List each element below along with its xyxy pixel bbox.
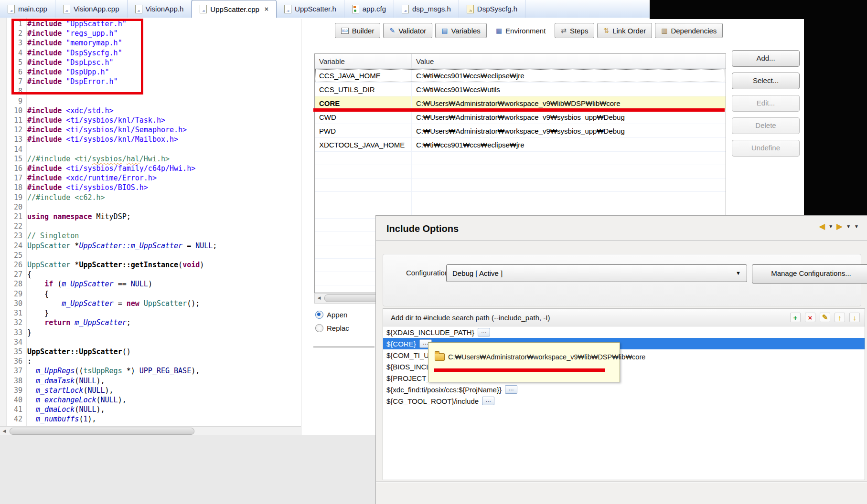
scroll-left-icon[interactable]: ◀ [315, 294, 323, 302]
annotation-core-underline [313, 108, 725, 112]
c-file-icon: .c [402, 5, 409, 13]
select-button[interactable]: Select... [732, 73, 800, 89]
env-variable-name: PWD [315, 127, 411, 135]
manage-configurations-button[interactable]: Manage Configurations... [752, 264, 867, 284]
line-number: 11 [0, 116, 27, 125]
env-variable-value: C:₩Users₩Administrator₩workspace_v9₩sysb… [411, 124, 726, 137]
tab-label: VisionApp.cpp [74, 5, 119, 13]
browse-more-icon[interactable]: … [478, 328, 490, 336]
code-token: #include [27, 174, 66, 182]
tab-label: UppScatter.cpp [210, 5, 259, 13]
code-token: ) [148, 280, 152, 288]
properties-tab-builder[interactable]: 010Builder [335, 23, 380, 38]
undefine-button: Undefine [732, 140, 800, 157]
column-header-value[interactable]: Value [412, 57, 726, 65]
code-token: * [70, 242, 79, 250]
forward-menu-icon[interactable]: ▼ [846, 224, 851, 229]
include-options-dialog: Include Options ◀▼▶▼▼ Configuration: Deb… [375, 215, 867, 504]
line-number: 16 [0, 164, 27, 173]
include-path-label: ${XDAIS_INCLUDE_PATH} [386, 328, 474, 336]
include-path-item[interactable]: ${XDAIS_INCLUDE_PATH}… [383, 326, 865, 338]
radio-append[interactable]: Appen [315, 308, 375, 321]
code-token: #include [27, 116, 66, 125]
line-number: 28 [0, 279, 27, 289]
code-line: 32 return m_UppScatter; [0, 318, 217, 327]
properties-tab-link-order[interactable]: ⇅Link Order [597, 23, 652, 38]
back-menu-icon[interactable]: ▼ [828, 224, 833, 229]
editor-tab-VisionApp.cpp[interactable]: .cVisionApp.cpp [55, 0, 128, 18]
env-variable-value: C:₩ti₩ccs901₩ccs₩eclipse₩jre [411, 69, 726, 82]
back-icon[interactable]: ◀ [819, 222, 825, 231]
properties-tab-dependencies[interactable]: ▥Dependencies [655, 23, 723, 38]
properties-tab-steps[interactable]: ⇄Steps [555, 23, 594, 38]
scrollbar-thumb[interactable] [10, 428, 194, 435]
code-line: 35UppScatter::UppScatter() [0, 347, 217, 357]
tab-label: Dependencies [671, 27, 717, 35]
code-token [70, 318, 75, 327]
radio-label: Appen [327, 311, 347, 319]
include-path-item[interactable]: ${CG_TOOL_ROOT}/include… [383, 395, 865, 407]
edit-include-icon[interactable]: ✎ [820, 313, 830, 322]
configuration-group: Configuration: Debug [ Active ] ▼ Manage… [383, 254, 861, 306]
code-line: 25 [0, 251, 217, 260]
editor-tab-main.cpp[interactable]: .cmain.cpp [0, 0, 55, 18]
env-row-PWD[interactable]: PWDC:₩Users₩Administrator₩workspace_v9₩s… [315, 124, 726, 138]
code-token: <ti/sysbios/BIOS.h> [66, 183, 148, 192]
editor-tab-UppScatter.cpp[interactable]: .cUppScatter.cpp× [192, 0, 277, 18]
editor-horizontal-scrollbar[interactable]: ◀ [0, 426, 301, 435]
include-path-item[interactable]: ${xdc_find:ti/posix/ccs:${ProjName}}… [383, 384, 865, 395]
editor-tab-UppScatter.h[interactable]: .cUppScatter.h [277, 0, 344, 18]
add-button[interactable]: Add... [732, 50, 800, 67]
browse-more-icon[interactable]: … [505, 385, 517, 394]
configuration-dropdown[interactable]: Debug [ Active ] ▼ [446, 264, 747, 282]
code-token: m_exchangeLock [36, 396, 96, 404]
code-line: 11#include <ti/sysbios/knl/Task.h> [0, 116, 217, 125]
code-line: 23// Singleton [0, 231, 217, 241]
code-token: using [27, 212, 49, 221]
editor-tab-app.cfg[interactable]: app.cfg [344, 0, 394, 18]
chevron-down-icon[interactable]: ▼ [736, 265, 741, 282]
env-row-CWD[interactable]: CWDC:₩Users₩Administrator₩workspace_v9₩s… [315, 110, 726, 124]
forward-icon[interactable]: ▶ [836, 222, 843, 231]
close-icon[interactable]: × [265, 5, 268, 13]
code-token: <xdc/runtime/Error.h> [66, 174, 157, 182]
code-token: ), [118, 396, 127, 404]
include-path-label: ${CG_TOOL_ROOT}/include [386, 397, 479, 405]
screenshot-root: .cmain.cpp.cVisionApp.cpp.cVisionApp.h.c… [0, 0, 867, 504]
move-down-include-icon[interactable]: ↓ [849, 313, 860, 322]
delete-include-icon[interactable]: × [805, 313, 815, 322]
browse-more-icon[interactable]: … [482, 397, 494, 405]
tab-label: UppScatter.h [295, 5, 336, 13]
c-file-icon: .c [8, 5, 15, 13]
scrollbar-thumb[interactable] [324, 294, 376, 302]
code-token: UppScatter [27, 242, 70, 250]
env-row-XDCTOOLS_JAVA_HOME[interactable]: XDCTOOLS_JAVA_HOMEC:₩ti₩ccs901₩ccs₩eclip… [315, 138, 726, 152]
radio-button-icon[interactable] [315, 311, 323, 319]
code-token: *) [122, 367, 139, 375]
code-token: #include [27, 183, 66, 192]
code-token: ) [200, 261, 204, 269]
include-path-header-label: Add dir to #include search path (--inclu… [391, 314, 550, 322]
radio-replace[interactable]: Replac [315, 321, 375, 335]
editor-tab-dsp_msgs.h[interactable]: .cdsp_msgs.h [394, 0, 459, 18]
properties-tab-variables[interactable]: ▤Variables [435, 23, 487, 38]
tab-label: Steps [570, 27, 588, 35]
code-text: return m_UppScatter; [27, 318, 131, 327]
radio-button-icon[interactable] [315, 324, 323, 332]
scroll-left-icon[interactable]: ◀ [0, 427, 9, 435]
properties-tab-environment[interactable]: ▦Environment [490, 23, 552, 38]
editor-tab-DspSyscfg.h[interactable]: .hDspSyscfg.h [459, 0, 525, 18]
view-menu-icon[interactable]: ▼ [854, 224, 859, 229]
properties-tab-validator[interactable]: ✎Validator [383, 23, 432, 38]
add-include-icon[interactable]: + [790, 313, 801, 322]
env-row-CCS_UTILS_DIR[interactable]: CCS_UTILS_DIRC:₩ti₩ccs901₩ccs₩utils [315, 83, 726, 96]
move-up-include-icon[interactable]: ↑ [835, 313, 845, 322]
env-row-CCS_JAVA_HOME[interactable]: CCS_JAVA_HOMEC:₩ti₩ccs901₩ccs₩eclipse₩jr… [315, 69, 726, 83]
code-token: ( [178, 261, 182, 269]
code-token: ; [213, 242, 217, 250]
code-token: MityDSP; [92, 212, 130, 221]
line-number: 36 [0, 357, 27, 366]
table-horizontal-scrollbar[interactable]: ◀ [314, 293, 377, 304]
editor-tab-VisionApp.h[interactable]: .cVisionApp.h [128, 0, 192, 18]
column-header-variable[interactable]: Variable [315, 54, 412, 68]
